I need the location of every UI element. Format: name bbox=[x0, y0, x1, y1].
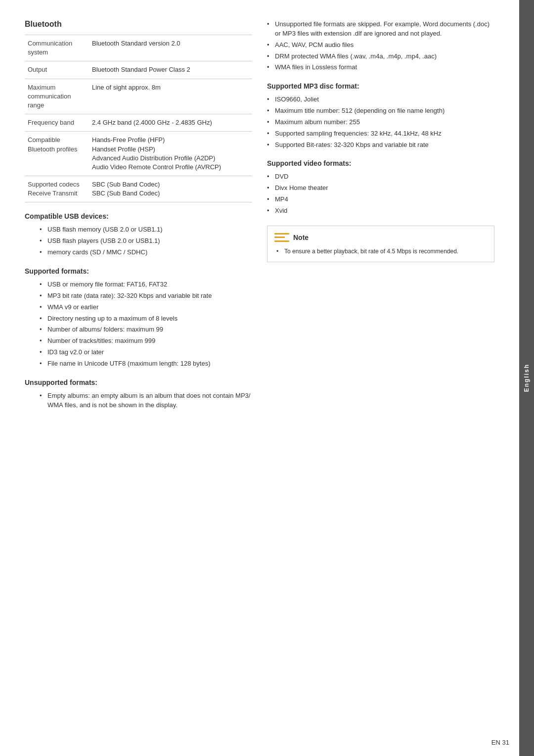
unsupported-files-list: Unsupported file formats are skipped. Fo… bbox=[267, 20, 494, 72]
supported-mp3-title: Supported MP3 disc format: bbox=[267, 82, 494, 90]
list-item: Supported sampling frequencies: 32 kHz, … bbox=[267, 129, 494, 139]
list-item: Unsupported file formats are skipped. Fo… bbox=[267, 20, 494, 39]
supported-mp3-list: ISO9660, JolietMaximum title number: 512… bbox=[267, 95, 494, 149]
page-footer: EN 31 bbox=[491, 739, 509, 746]
list-item: DVD bbox=[267, 172, 494, 182]
supported-formats-title: Supported formats: bbox=[25, 267, 252, 275]
list-item: Number of tracks/titles: maximum 999 bbox=[40, 336, 252, 346]
list-item: WMA v9 or earlier bbox=[40, 303, 252, 312]
note-icon-line-2 bbox=[274, 236, 285, 238]
bluetooth-row-value: Bluetooth Standard Power Class 2 bbox=[89, 61, 252, 79]
right-column: Unsupported file formats are skipped. Fo… bbox=[267, 20, 494, 736]
note-icon bbox=[274, 232, 289, 243]
bluetooth-title: Bluetooth bbox=[25, 20, 252, 29]
list-item: AAC, WAV, PCM audio files bbox=[267, 41, 494, 50]
page-container: English Bluetooth Communication systemBl… bbox=[0, 0, 534, 756]
bluetooth-row-label: Communication system bbox=[25, 35, 89, 61]
list-item: Maximum title number: 512 (depending on … bbox=[267, 106, 494, 116]
supported-formats-list: USB or memory file format: FAT16, FAT32M… bbox=[25, 280, 252, 369]
side-tab-label: English bbox=[523, 364, 530, 392]
list-item: ISO9660, Joliet bbox=[267, 95, 494, 104]
bluetooth-table-row: Maximum communication rangeLine of sight… bbox=[25, 79, 252, 114]
list-item: Supported Bit-rates: 32-320 Kbps and var… bbox=[267, 141, 494, 150]
list-item: MP3 bit rate (data rate): 32-320 Kbps an… bbox=[40, 291, 252, 301]
list-item: USB or memory file format: FAT16, FAT32 bbox=[40, 280, 252, 289]
note-icon-line-1 bbox=[274, 233, 289, 235]
list-item: ID3 tag v2.0 or later bbox=[40, 348, 252, 357]
list-item: MP4 bbox=[267, 195, 494, 204]
bluetooth-row-value: Hands-Free Profile (HFP) Handset Profile… bbox=[89, 132, 252, 176]
left-column: Bluetooth Communication systemBluetooth … bbox=[25, 20, 252, 736]
bluetooth-row-value: SBC (Sub Band Codec) SBC (Sub Band Codec… bbox=[89, 176, 252, 202]
compatible-usb-list: USB flash memory (USB 2.0 or USB1.1)USB … bbox=[25, 225, 252, 257]
bluetooth-row-value: Bluetooth Standard version 2.0 bbox=[89, 35, 252, 61]
bluetooth-row-label: Supported codecs Receive Transmit bbox=[25, 176, 89, 202]
bluetooth-row-label: Frequency band bbox=[25, 114, 89, 132]
list-item: Empty albums: an empty album is an album… bbox=[40, 391, 252, 410]
list-item: DRM protected WMA files (.wav, .m4a, .m4… bbox=[267, 52, 494, 61]
supported-video-title: Supported video formats: bbox=[267, 159, 494, 167]
bluetooth-row-value: Line of sight approx. 8m bbox=[89, 79, 252, 114]
bluetooth-table-row: Supported codecs Receive TransmitSBC (Su… bbox=[25, 176, 252, 202]
list-item: WMA files in Lossless format bbox=[267, 63, 494, 72]
list-item: USB flash memory (USB 2.0 or USB1.1) bbox=[40, 225, 252, 235]
note-content: To ensure a better playback, bit rate of… bbox=[274, 247, 487, 256]
bluetooth-table-row: Communication systemBluetooth Standard v… bbox=[25, 35, 252, 61]
bluetooth-table-row: Compatible Bluetooth profilesHands-Free … bbox=[25, 132, 252, 176]
list-item: Divx Home theater bbox=[267, 184, 494, 193]
bluetooth-row-label: Compatible Bluetooth profiles bbox=[25, 132, 89, 176]
list-item: Directory nesting up to a maximum of 8 l… bbox=[40, 314, 252, 324]
list-item: USB flash players (USB 2.0 or USB1.1) bbox=[40, 236, 252, 246]
unsupported-formats-title: Unsupported formats: bbox=[25, 378, 252, 386]
list-item: File name in Unicode UTF8 (maximum lengt… bbox=[40, 359, 252, 369]
list-item: memory cards (SD / MMC / SDHC) bbox=[40, 248, 252, 257]
bluetooth-row-label: Maximum communication range bbox=[25, 79, 89, 114]
list-item: Number of albums/ folders: maximum 99 bbox=[40, 325, 252, 334]
bluetooth-table: Communication systemBluetooth Standard v… bbox=[25, 35, 252, 202]
bluetooth-table-row: OutputBluetooth Standard Power Class 2 bbox=[25, 61, 252, 79]
unsupported-formats-list: Empty albums: an empty album is an album… bbox=[25, 391, 252, 410]
note-icon-line-3 bbox=[274, 240, 289, 242]
list-item: Xvid bbox=[267, 206, 494, 216]
note-header: Note bbox=[274, 232, 487, 243]
main-content: Bluetooth Communication systemBluetooth … bbox=[0, 0, 519, 756]
bluetooth-table-row: Frequency band2.4 GHz band (2.4000 GHz -… bbox=[25, 114, 252, 132]
compatible-usb-title: Compatible USB devices: bbox=[25, 212, 252, 220]
bluetooth-row-label: Output bbox=[25, 61, 89, 79]
list-item: Maximum album number: 255 bbox=[267, 118, 494, 127]
note-box: Note To ensure a better playback, bit ra… bbox=[267, 226, 494, 262]
bluetooth-row-value: 2.4 GHz band (2.4000 GHz - 2.4835 GHz) bbox=[89, 114, 252, 132]
side-tab: English bbox=[519, 0, 534, 756]
supported-video-list: DVDDivx Home theaterMP4Xvid bbox=[267, 172, 494, 215]
note-title: Note bbox=[293, 234, 309, 241]
